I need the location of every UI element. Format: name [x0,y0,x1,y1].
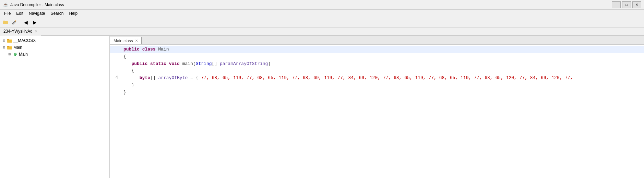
expander-main-class[interactable]: ⊟ [7,52,12,57]
tree-label-macosx: __MACOSX [13,38,36,43]
editor-area: Main.class ✕ public class Main { public … [110,36,644,178]
workspace-tab-label: 234-YWysHvAd [3,29,33,34]
code-line-3: public static void main(String[] paramAr… [110,60,644,68]
code-line-5: 4 byte[] arrayOfByte = { 77, 68, 65, 119… [110,75,644,82]
class-icon-main: ⊕ [12,52,18,57]
toolbar-back-button[interactable]: ◀ [22,19,30,26]
tree-label-main-class: Main [19,52,28,57]
code-editor[interactable]: public class Main { public static void m… [110,45,644,178]
file-tab-main-class[interactable]: Main.class ✕ [110,37,142,44]
line-content-7: } [121,89,126,96]
toolbar-separator [20,19,20,25]
minimize-button[interactable]: – [612,1,621,8]
svg-rect-2 [7,40,12,43]
toolbar-forward-button[interactable]: ▶ [31,19,39,26]
svg-rect-1 [3,21,8,24]
app-icon: ☕ [3,2,8,8]
line-content-2: { [121,53,126,60]
svg-rect-4 [7,46,12,49]
workspace-tabs: 234-YWysHvAd ✕ [0,27,644,36]
folder-icon-macosx [7,38,12,43]
expander-main[interactable]: ⊟ [1,45,7,50]
edit-icon [12,20,17,25]
line-content-3: public static void main(String[] paramAr… [121,60,271,68]
workspace-tab-close[interactable]: ✕ [35,30,37,33]
svg-rect-0 [3,21,5,21]
code-line-6: } [110,82,644,89]
line-content-4: { [121,67,134,75]
menu-navigate[interactable]: Navigate [26,10,48,16]
toolbar-open-button[interactable] [1,19,10,26]
line-content-1: public class Main [121,46,169,53]
title-bar-controls: – □ ✕ [612,1,641,8]
title-bar: ☕ Java Decompiler - Main.class – □ ✕ [0,0,644,10]
file-tab-label: Main.class [114,38,133,43]
file-tabs-bar: Main.class ✕ [110,36,644,45]
code-line-4: { [110,67,644,75]
code-line-2: { [110,53,644,60]
line-content-5: byte[] arrayOfByte = { 77, 68, 65, 119, … [121,75,573,82]
menu-search[interactable]: Search [48,10,66,16]
tree-label-main-folder: Main [13,45,22,50]
tree-item-macosx[interactable]: ⊞ __MACOSX [0,37,109,44]
toolbar: ◀ ▶ [0,17,644,27]
line-number-5: 4 [110,75,121,81]
maximize-button[interactable]: □ [622,1,631,8]
menu-bar: File Edit Navigate Search Help [0,10,644,17]
main-area: ⊞ __MACOSX ⊟ Main ⊟ ⊕ Main Main.class ✕ [0,36,644,178]
code-line-1: public class Main [110,46,644,53]
folder-icon-main [7,45,12,50]
menu-file[interactable]: File [1,10,13,16]
expander-macosx[interactable]: ⊞ [1,38,7,43]
menu-edit[interactable]: Edit [13,10,26,16]
code-line-7: } [110,89,644,96]
svg-rect-3 [7,39,9,40]
title-bar-text: Java Decompiler - Main.class [10,2,612,7]
svg-rect-5 [7,46,9,47]
file-tree: ⊞ __MACOSX ⊟ Main ⊟ ⊕ Main [0,36,110,178]
workspace-tab-main[interactable]: 234-YWysHvAd ✕ [0,27,41,36]
line-content-6: } [121,82,134,89]
open-icon [3,20,8,25]
close-button[interactable]: ✕ [632,1,641,8]
tree-item-main-class[interactable]: ⊟ ⊕ Main [0,51,109,58]
tree-item-main-folder[interactable]: ⊟ Main [0,44,109,51]
menu-help[interactable]: Help [66,10,80,16]
toolbar-edit-button[interactable] [10,19,19,26]
file-tab-close[interactable]: ✕ [135,39,138,43]
